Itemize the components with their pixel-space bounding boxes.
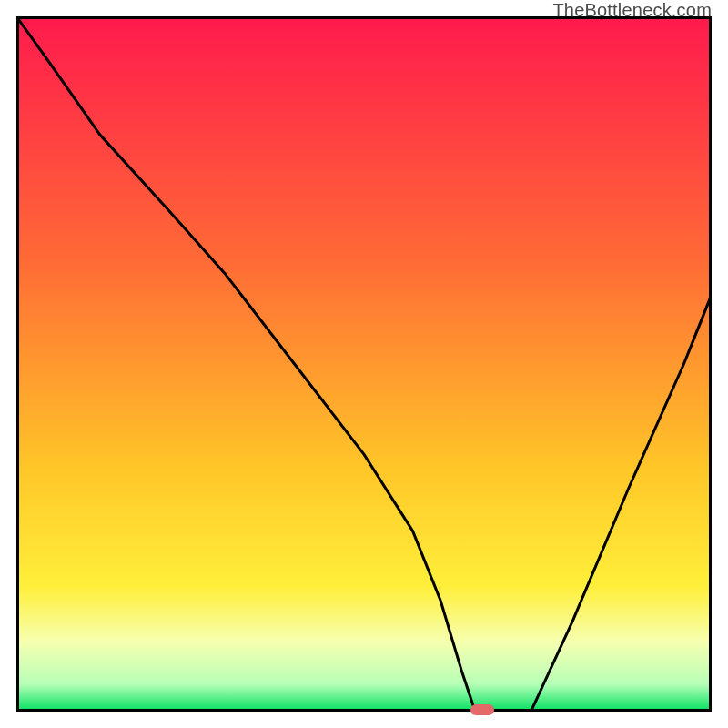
chart-container: TheBottleneck.com [0, 0, 728, 728]
watermark-label: TheBottleneck.com [552, 0, 712, 21]
minimum-marker-icon [470, 704, 494, 715]
plot-gradient-background [16, 16, 712, 712]
